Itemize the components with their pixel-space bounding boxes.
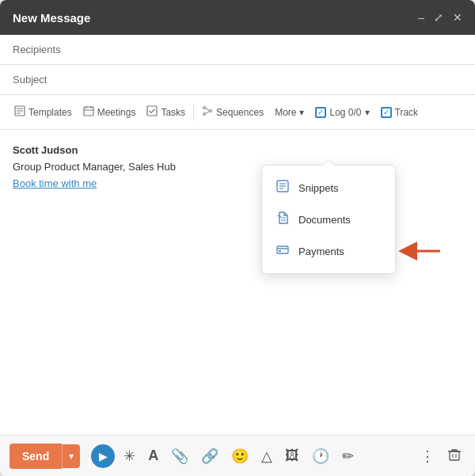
- tasks-icon: [146, 105, 158, 119]
- documents-menu-item[interactable]: Documents: [262, 204, 395, 235]
- subject-label: Subject: [13, 74, 47, 86]
- svg-line-12: [206, 109, 210, 111]
- log-label: Log 0/0: [329, 107, 361, 118]
- payments-label: Payments: [298, 246, 344, 257]
- meetings-label: Meetings: [97, 107, 136, 118]
- three-dots-button[interactable]: ⋮: [416, 444, 439, 468]
- send-dropdown-button[interactable]: ▾: [62, 444, 80, 468]
- more-label: More: [275, 107, 296, 118]
- svg-rect-20: [277, 246, 288, 253]
- sequences-button[interactable]: Sequences: [197, 102, 268, 122]
- bottom-toolbar: Send ▾ ▶ ✳ A 📎 🔗 🙂 △ 🖼 🕐: [0, 435, 475, 476]
- window-title: New Message: [13, 11, 90, 25]
- svg-rect-25: [450, 451, 459, 460]
- image-button[interactable]: 🖼: [281, 444, 303, 467]
- link-icon: 🔗: [201, 448, 218, 464]
- log-dropdown-icon: ▾: [365, 107, 370, 118]
- snippets-icon: [275, 179, 291, 196]
- subject-field[interactable]: Subject: [0, 65, 475, 95]
- more-button[interactable]: More ▾: [270, 104, 309, 121]
- image-icon: 🖼: [285, 447, 299, 463]
- svg-rect-8: [147, 106, 157, 116]
- book-time-link[interactable]: Book time with me: [13, 177, 97, 189]
- clock-icon: 🕐: [312, 448, 329, 464]
- ai-button[interactable]: ✳: [120, 444, 139, 468]
- log-button[interactable]: ✓ Log 0/0 ▾: [310, 104, 374, 121]
- log-checkbox-icon: ✓: [315, 107, 326, 118]
- payments-icon: [275, 242, 291, 260]
- more-chevron-icon: ▾: [299, 107, 304, 118]
- more-formatting-icon: △: [261, 448, 272, 464]
- expand-button[interactable]: ⤢: [434, 11, 443, 24]
- compose-toolbar: Templates Meetings Tasks: [0, 95, 475, 130]
- track-checkbox-icon: ✓: [381, 107, 392, 118]
- documents-icon: [275, 211, 291, 228]
- track-label: Track: [395, 107, 419, 118]
- minimize-button[interactable]: –: [418, 11, 424, 24]
- ai-icon: ✳: [124, 448, 135, 464]
- more-formatting-button[interactable]: △: [257, 444, 276, 468]
- payments-menu-item[interactable]: Payments: [262, 235, 395, 267]
- svg-point-9: [203, 107, 206, 109]
- track-button[interactable]: ✓ Track: [376, 104, 424, 121]
- attach-button[interactable]: 📎: [167, 444, 192, 468]
- recipients-field[interactable]: Recipients: [0, 35, 475, 65]
- sequences-icon: [202, 105, 213, 119]
- content-area[interactable]: Scott Judson Group Product Manager, Sale…: [0, 130, 475, 435]
- close-button[interactable]: ✕: [453, 11, 462, 24]
- signature-edit-button[interactable]: ✏: [338, 444, 358, 468]
- schedule-button[interactable]: 🕐: [308, 444, 333, 468]
- meetings-icon: [83, 105, 94, 119]
- snippets-menu-item[interactable]: Snippets: [262, 172, 395, 204]
- window-controls: – ⤢ ✕: [418, 11, 462, 24]
- send-group: Send ▾: [10, 444, 80, 469]
- tasks-label: Tasks: [161, 107, 185, 118]
- meetings-button[interactable]: Meetings: [78, 102, 141, 122]
- toolbar-divider-1: [193, 105, 194, 120]
- trash-icon: [447, 447, 462, 462]
- svg-rect-22: [279, 250, 281, 252]
- titlebar: New Message – ⤢ ✕: [0, 0, 475, 35]
- emoji-button[interactable]: 🙂: [227, 444, 253, 468]
- templates-label: Templates: [28, 107, 72, 118]
- svg-line-13: [206, 112, 210, 114]
- link-button[interactable]: 🔗: [197, 444, 222, 468]
- red-arrow-indicator: [397, 240, 444, 262]
- templates-button[interactable]: Templates: [10, 102, 77, 122]
- send-button[interactable]: Send: [10, 444, 62, 469]
- text-icon: A: [148, 447, 158, 463]
- play-icon: ▶: [99, 450, 108, 463]
- documents-label: Documents: [298, 214, 351, 226]
- svg-rect-4: [84, 107, 93, 116]
- recipients-label: Recipients: [13, 44, 61, 55]
- discard-button[interactable]: [443, 444, 466, 468]
- play-button[interactable]: ▶: [91, 444, 115, 468]
- compose-window: New Message – ⤢ ✕ Recipients Subject Tem…: [0, 0, 475, 476]
- text-format-button[interactable]: A: [144, 444, 162, 467]
- snippets-label: Snippets: [298, 182, 339, 194]
- emoji-icon: 🙂: [231, 448, 249, 464]
- pen-icon: ✏: [342, 448, 354, 464]
- svg-point-10: [210, 110, 212, 112]
- svg-point-11: [203, 113, 206, 116]
- templates-icon: [14, 105, 25, 119]
- sequences-label: Sequences: [216, 107, 264, 118]
- attach-icon: 📎: [171, 448, 188, 464]
- more-dropdown-menu: Snippets Documents Payments: [261, 165, 396, 274]
- tasks-button[interactable]: Tasks: [142, 102, 190, 122]
- signer-name: Scott Judson: [13, 143, 462, 159]
